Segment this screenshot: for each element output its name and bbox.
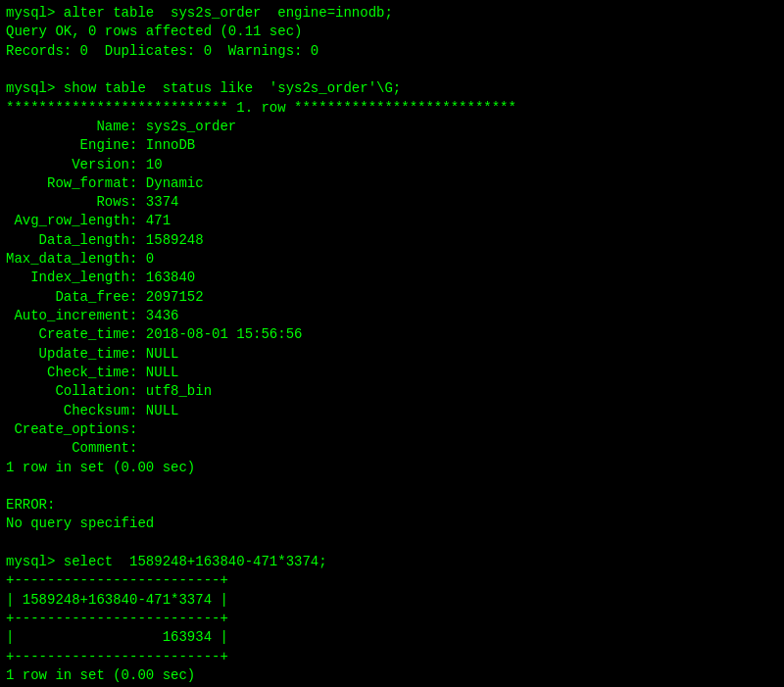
terminal-empty-line xyxy=(6,534,778,553)
terminal-line: *************************** 1. row *****… xyxy=(6,99,778,118)
terminal-line: Update_time: NULL xyxy=(6,345,778,364)
terminal-empty-line xyxy=(6,61,778,79)
terminal-line: No query specified xyxy=(6,515,778,533)
terminal-line: Name: sys2s_order xyxy=(6,118,778,136)
terminal-line: Row_format: Dynamic xyxy=(6,174,778,193)
terminal-line: Avg_row_length: 471 xyxy=(6,212,778,230)
terminal-line: Rows: 3374 xyxy=(6,193,778,212)
terminal-line: | 163934 | xyxy=(6,628,778,647)
terminal-line: Data_length: 1589248 xyxy=(6,231,778,250)
terminal-line: +-------------------------+ xyxy=(6,610,778,628)
terminal-line: Index_length: 163840 xyxy=(6,269,778,287)
terminal-line: Engine: InnoDB xyxy=(6,136,778,155)
terminal-line: Records: 0 Duplicates: 0 Warnings: 0 xyxy=(6,42,778,61)
terminal-line: Version: 10 xyxy=(6,156,778,174)
terminal-line: Checksum: NULL xyxy=(6,402,778,420)
terminal-line: Check_time: NULL xyxy=(6,364,778,382)
terminal-line: Data_free: 2097152 xyxy=(6,288,778,307)
terminal-line: ERROR: xyxy=(6,496,778,515)
terminal-output: mysql> alter table sys2s_order engine=in… xyxy=(6,4,778,685)
terminal-line: mysql> select 1589248+163840-471*3374; xyxy=(6,553,778,571)
terminal-line: Create_options: xyxy=(6,420,778,439)
terminal-line: Collation: utf8_bin xyxy=(6,382,778,401)
terminal-line: Create_time: 2018-08-01 15:56:56 xyxy=(6,325,778,344)
terminal-line: +-------------------------+ xyxy=(6,571,778,590)
terminal-line: mysql> alter table sys2s_order engine=in… xyxy=(6,4,778,23)
terminal-line: | 1589248+163840-471*3374 | xyxy=(6,591,778,610)
terminal-line: 1 row in set (0.00 sec) xyxy=(6,666,778,685)
terminal-line: Max_data_length: 0 xyxy=(6,250,778,269)
terminal-line: +-------------------------+ xyxy=(6,648,778,666)
terminal-line: Comment: xyxy=(6,439,778,458)
terminal-line: mysql> show table status like 'sys2s_ord… xyxy=(6,79,778,98)
terminal-line: Auto_increment: 3436 xyxy=(6,307,778,325)
terminal-empty-line xyxy=(6,477,778,496)
terminal-line: Query OK, 0 rows affected (0.11 sec) xyxy=(6,23,778,41)
terminal-line: 1 row in set (0.00 sec) xyxy=(6,459,778,477)
